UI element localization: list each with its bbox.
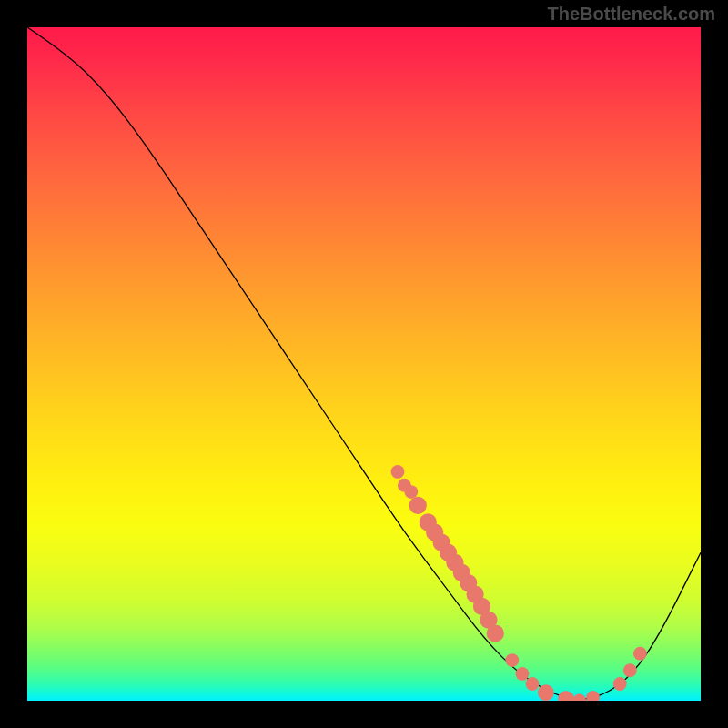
curve-marker bbox=[623, 663, 637, 677]
chart-svg bbox=[27, 27, 701, 701]
curve-marker bbox=[613, 677, 627, 691]
curve-marker bbox=[572, 694, 586, 701]
curve-markers bbox=[391, 465, 647, 701]
curve-marker bbox=[633, 647, 647, 661]
bottleneck-curve bbox=[27, 27, 701, 699]
curve-marker bbox=[516, 667, 530, 681]
curve-marker bbox=[538, 684, 554, 701]
curve-marker bbox=[391, 465, 405, 479]
curve-marker bbox=[558, 691, 574, 701]
curve-marker bbox=[505, 653, 519, 667]
chart-plot-area bbox=[27, 27, 701, 701]
curve-marker bbox=[586, 691, 600, 701]
watermark-text: TheBottleneck.com bbox=[548, 4, 715, 25]
curve-marker bbox=[487, 624, 504, 642]
curve-marker bbox=[404, 485, 418, 499]
curve-marker bbox=[410, 497, 427, 514]
curve-marker bbox=[526, 677, 540, 691]
